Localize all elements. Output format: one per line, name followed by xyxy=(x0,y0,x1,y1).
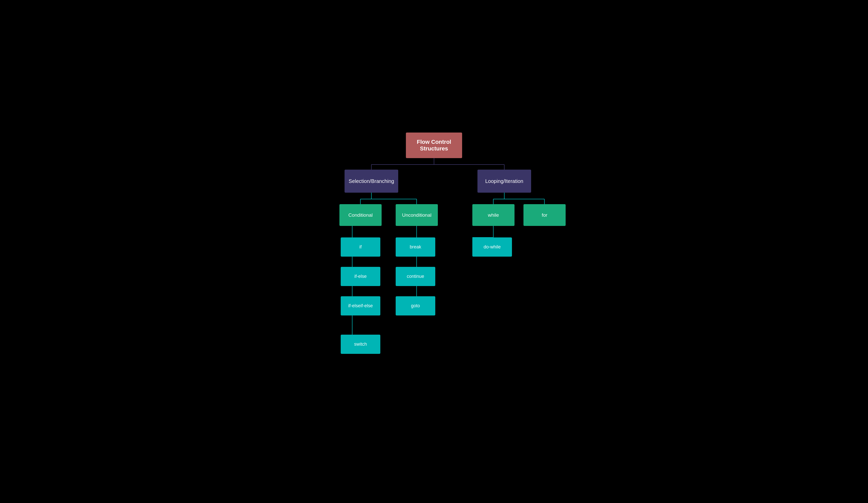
root-node: Flow Control Structures xyxy=(406,132,462,158)
looping-node: Looping/Iteration xyxy=(477,170,531,193)
unconditional-node: Unconditional xyxy=(396,204,438,226)
for-node: for xyxy=(524,204,566,226)
if-node: if xyxy=(341,238,380,256)
if-else-node: if-else xyxy=(341,267,380,286)
while-node: while xyxy=(472,204,515,226)
diagram: Flow Control Structures Selection/Branch… xyxy=(293,130,575,373)
continue-node: continue xyxy=(396,267,435,286)
do-while-node: do-while xyxy=(472,238,512,256)
if-elseif-else-node: if-elseif-else xyxy=(341,296,380,315)
selection-node: Selection/Branching xyxy=(344,170,398,193)
break-node: break xyxy=(396,238,435,256)
goto-node: goto xyxy=(396,296,435,315)
conditional-node: Conditional xyxy=(339,204,382,226)
switch-node: switch xyxy=(341,335,380,354)
